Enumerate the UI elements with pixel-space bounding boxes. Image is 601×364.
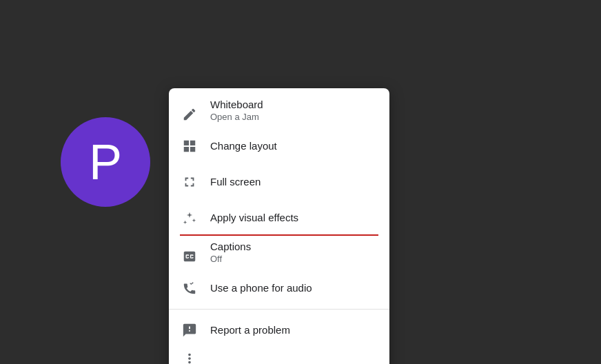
menu-item-change-layout[interactable]: Change layout: [169, 128, 389, 164]
whiteboard-sublabel: Open a Jam: [210, 112, 263, 123]
full-screen-content: Full screen: [210, 175, 261, 189]
full-screen-label: Full screen: [210, 175, 261, 189]
report-icon: [180, 321, 199, 340]
dropdown-menu: Whiteboard Open a Jam Change layout Full…: [169, 88, 389, 364]
change-layout-label: Change layout: [210, 139, 277, 153]
report-problem-content: Report a problem: [210, 323, 290, 337]
whiteboard-label: Whiteboard: [210, 98, 263, 112]
layout-icon: [180, 136, 199, 156]
fullscreen-icon: [180, 172, 199, 192]
menu-divider: [169, 309, 389, 310]
captions-content: Captions Off: [210, 240, 251, 265]
captions-icon: [180, 247, 199, 266]
sparkle-icon: [180, 208, 199, 228]
avatar-letter: P: [89, 134, 122, 190]
menu-item-whiteboard[interactable]: Whiteboard Open a Jam: [169, 94, 389, 128]
phone-icon: [180, 279, 199, 298]
whiteboard-icon: [180, 105, 199, 124]
report-problem-label: Report a problem: [210, 323, 290, 337]
avatar: P: [61, 117, 150, 207]
captions-label: Captions: [210, 240, 251, 254]
phone-audio-label: Use a phone for audio: [210, 281, 312, 295]
menu-item-full-screen[interactable]: Full screen: [169, 164, 389, 200]
apply-visual-effects-content: Apply visual effects: [210, 211, 298, 225]
captions-sublabel: Off: [210, 254, 251, 265]
whiteboard-content: Whiteboard Open a Jam: [210, 98, 263, 123]
menu-item-more[interactable]: [169, 348, 389, 364]
apply-visual-effects-label: Apply visual effects: [210, 211, 298, 225]
more-icon: [180, 349, 199, 364]
phone-audio-content: Use a phone for audio: [210, 281, 312, 295]
menu-item-apply-visual-effects[interactable]: Apply visual effects: [169, 200, 389, 236]
menu-item-report-problem[interactable]: Report a problem: [169, 312, 389, 348]
menu-item-phone-audio[interactable]: Use a phone for audio: [169, 270, 389, 306]
change-layout-content: Change layout: [210, 139, 277, 153]
menu-item-captions[interactable]: Captions Off: [169, 236, 389, 270]
